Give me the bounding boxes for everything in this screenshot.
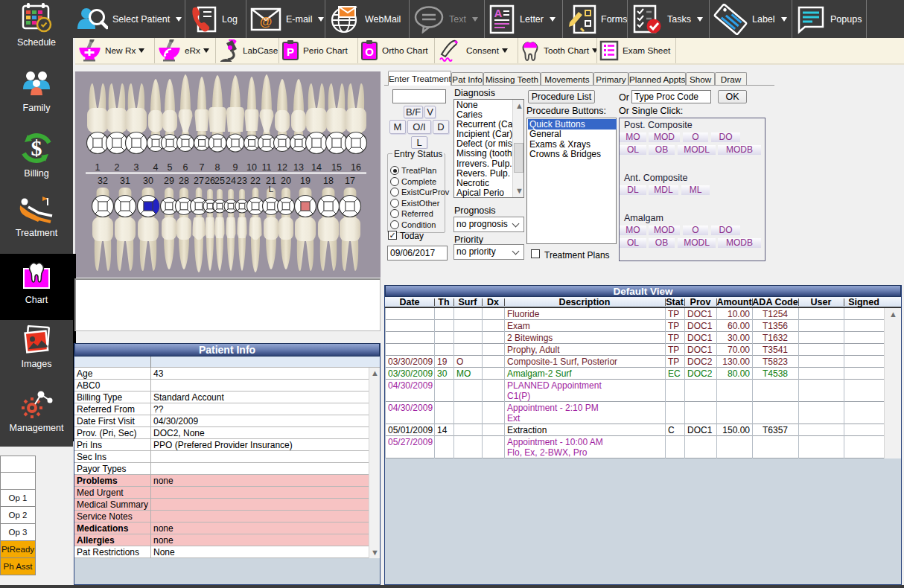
svg-text:@: @ <box>260 15 273 29</box>
svg-text:16: 16 <box>351 162 361 173</box>
svg-text:L: L <box>269 185 274 194</box>
svg-text:9: 9 <box>233 162 238 173</box>
svg-text:3: 3 <box>134 162 139 173</box>
svg-text:24: 24 <box>226 176 236 186</box>
svg-text:25: 25 <box>214 176 225 186</box>
svg-text:29: 29 <box>164 176 174 186</box>
svg-text:O: O <box>365 45 374 58</box>
svg-text:11: 11 <box>262 162 272 173</box>
svg-text:30: 30 <box>143 176 153 186</box>
svg-text:17: 17 <box>345 176 355 186</box>
svg-text:15: 15 <box>331 162 342 173</box>
svg-text:28: 28 <box>179 176 189 186</box>
svg-text:1: 1 <box>95 162 101 173</box>
svg-text:19: 19 <box>300 176 311 186</box>
svg-text:5: 5 <box>168 162 173 173</box>
svg-text:$: $ <box>31 135 42 160</box>
svg-text:12: 12 <box>277 162 287 173</box>
svg-text:P: P <box>287 45 294 58</box>
svg-text:32: 32 <box>98 176 108 186</box>
svg-text:10: 10 <box>246 162 257 173</box>
svg-text:7: 7 <box>200 162 205 173</box>
svg-text:13: 13 <box>293 162 304 173</box>
svg-text:22: 22 <box>250 176 261 186</box>
svg-text:2: 2 <box>115 162 120 173</box>
svg-text:14: 14 <box>311 162 322 173</box>
svg-text:6: 6 <box>183 162 188 173</box>
svg-text:18: 18 <box>323 176 334 186</box>
svg-text:27: 27 <box>194 176 204 186</box>
svg-text:20: 20 <box>281 176 291 186</box>
svg-text:26: 26 <box>205 176 215 186</box>
svg-text:23: 23 <box>237 176 247 186</box>
svg-text:31: 31 <box>120 176 130 186</box>
svg-text:4: 4 <box>153 162 159 173</box>
svg-text:A: A <box>494 7 503 19</box>
svg-text:8: 8 <box>215 162 220 173</box>
